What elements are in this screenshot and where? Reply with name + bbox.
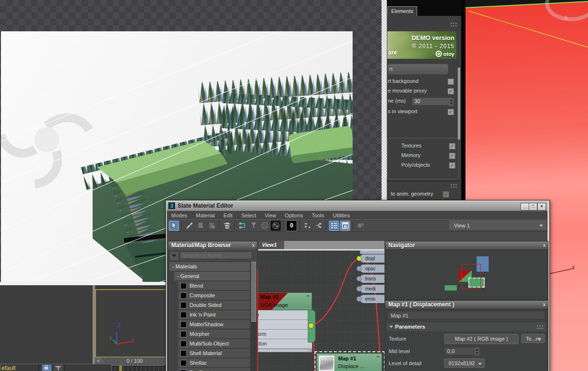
output-connector-icon[interactable]: [308, 323, 314, 329]
params-header[interactable]: Map #1 ( Displacement ) x: [385, 301, 548, 309]
node-slot[interactable]: ction: [258, 339, 312, 349]
nav-view-rectangle[interactable]: [462, 264, 481, 289]
list-item[interactable]: Blend: [178, 281, 250, 290]
slot-connector-icon[interactable]: [356, 256, 362, 261]
menu-edit[interactable]: Edit: [219, 212, 237, 218]
close-button[interactable]: ×: [537, 203, 546, 211]
menu-view[interactable]: View: [260, 212, 281, 218]
group-general[interactable]: - General: [174, 272, 250, 280]
slot-medium[interactable]: medi: [356, 285, 384, 293]
mid-level-field[interactable]: 0,0: [444, 347, 474, 355]
checkbox-viewport-background[interactable]: [448, 79, 454, 85]
view-selector-dropdown[interactable]: View 1: [450, 221, 546, 229]
select-arrow-icon[interactable]: [169, 221, 179, 231]
node-canvas[interactable]: displ opac trans medi emis: [258, 249, 384, 371]
linked-spheres-icon[interactable]: [356, 221, 366, 231]
slot-displacement[interactable]: displ: [356, 254, 384, 263]
node-name-field[interactable]: Map #1: [387, 311, 545, 319]
menu-select[interactable]: Select: [237, 212, 260, 218]
slot-emission[interactable]: emis: [356, 295, 384, 303]
menu-tools[interactable]: Tools: [307, 212, 328, 218]
mid-level-spinner[interactable]: [474, 347, 480, 356]
transform-mode-button[interactable]: [53, 364, 64, 371]
close-icon[interactable]: x: [543, 242, 546, 250]
time-slider[interactable]: 0 / 100: [103, 357, 166, 366]
node-map2[interactable]: Map #2 RGB image − p r form ction: [258, 292, 312, 352]
node-slot[interactable]: form: [258, 330, 312, 339]
level-of-detail-dropdown[interactable]: 8192x8192: [444, 358, 485, 368]
window-title-bar[interactable]: 3 Slate Material Editor _ □ ×: [167, 201, 547, 211]
list-item[interactable]: Morpher: [178, 330, 250, 338]
delete-icon[interactable]: [222, 221, 232, 231]
show-map-on-icon[interactable]: [271, 221, 281, 231]
browser-header[interactable]: Material/Map Browser x: [168, 241, 257, 250]
ms-spinner-field[interactable]: 30: [412, 97, 451, 106]
maximize-button[interactable]: □: [529, 203, 537, 211]
put-material-icon[interactable]: [206, 221, 217, 231]
texture-map-button[interactable]: Map #2 ( RGB image ): [444, 334, 519, 344]
pick-material-icon[interactable]: [195, 221, 205, 231]
menu-options[interactable]: Options: [280, 212, 307, 218]
list-item[interactable]: Multi/Sub-Object: [178, 339, 250, 348]
panel-scrollbar[interactable]: [458, 67, 460, 140]
node-slot[interactable]: r: [258, 320, 312, 330]
list-item[interactable]: Shell Material: [178, 349, 250, 358]
selection-lock-button[interactable]: [41, 364, 52, 371]
layout-a-icon[interactable]: [302, 221, 313, 231]
section-grip[interactable]: [450, 22, 457, 27]
active-viewport[interactable]: Z y X: [95, 289, 167, 358]
parameters-rollout[interactable]: Parameters: [386, 322, 546, 331]
collapse-icon[interactable]: −: [377, 354, 380, 359]
section-grip[interactable]: [450, 184, 457, 188]
tab-view1[interactable]: View1: [258, 241, 284, 249]
checkbox-memory[interactable]: ✓: [449, 153, 455, 159]
list-item[interactable]: Composite: [178, 291, 250, 300]
minimize-button[interactable]: _: [520, 203, 529, 211]
close-icon[interactable]: x: [252, 242, 255, 250]
list-item[interactable]: Ink 'n Paint: [178, 310, 250, 319]
search-input[interactable]: [180, 252, 252, 259]
node-header[interactable]: Map #2 RGB image −: [258, 292, 312, 310]
node-list-view-icon[interactable]: [329, 221, 339, 231]
slot-opacity[interactable]: opac: [356, 265, 384, 273]
node-map1[interactable]: Map #1 Displace ... − texture: [316, 353, 382, 371]
connect-nodes-icon[interactable]: [237, 221, 247, 231]
layout-b-icon[interactable]: [314, 221, 324, 231]
left-viewport[interactable]: [0, 285, 93, 364]
checkbox-textures[interactable]: ✓: [449, 143, 455, 149]
scrollbar-thumb[interactable]: [251, 262, 256, 322]
material-preview-icon[interactable]: [340, 221, 350, 231]
octane-action-button[interactable]: rt: [387, 64, 449, 75]
slot-connector-icon[interactable]: [356, 286, 362, 292]
browser-scrollbar[interactable]: [251, 262, 257, 371]
node-slot[interactable]: p: [258, 310, 312, 320]
slot-connector-icon[interactable]: [356, 276, 362, 281]
collapse-icon[interactable]: −: [307, 293, 310, 299]
resize-handle-icon[interactable]: [307, 348, 312, 352]
checkbox-poly-objects[interactable]: ✓: [449, 162, 455, 169]
search-options-button[interactable]: [169, 251, 179, 261]
checkbox-in-viewport[interactable]: ✓: [448, 109, 454, 115]
slot-connector-icon[interactable]: [356, 266, 362, 271]
menu-material[interactable]: Material: [191, 212, 219, 218]
navigator-header[interactable]: Navigator x: [385, 241, 548, 250]
slot-transmission[interactable]: trans: [356, 275, 384, 283]
node-header[interactable]: Map #1 Displace ... −: [316, 353, 382, 371]
close-icon[interactable]: x: [543, 301, 546, 309]
texture-type-dropdown[interactable]: Te...re: [521, 334, 545, 343]
ms-spinner-arrows[interactable]: [449, 97, 454, 106]
show-map-off-icon[interactable]: [260, 221, 270, 231]
zero-smoothing-icon[interactable]: 0: [286, 220, 297, 231]
menu-modes[interactable]: Modes: [167, 212, 191, 218]
checkbox-anim-geometry[interactable]: ✓: [443, 191, 449, 198]
slot-connector-icon[interactable]: [356, 296, 362, 302]
funnel-icon[interactable]: [248, 221, 259, 231]
tab-elements[interactable]: Elements: [387, 6, 417, 16]
menu-utilities[interactable]: Utilities: [328, 212, 354, 218]
list-item[interactable]: Double Sided: [178, 301, 250, 309]
list-item[interactable]: Matte/Shadow: [178, 320, 250, 329]
rollout-grip[interactable]: [536, 325, 544, 330]
list-item[interactable]: Top/Bottom: [178, 368, 250, 371]
navigator-map[interactable]: [385, 250, 548, 300]
track-bar-marker[interactable]: [119, 366, 122, 371]
